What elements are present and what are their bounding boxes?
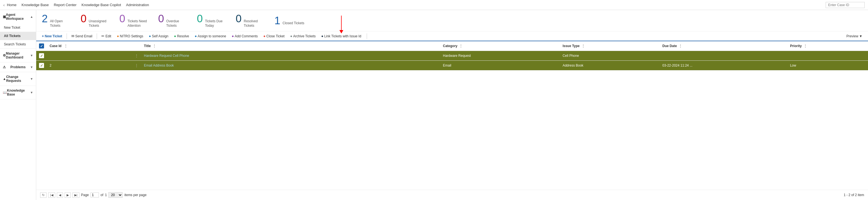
stat-all-open[interactable]: 2 All Open Tickets bbox=[42, 13, 72, 28]
stat-number-all-open: 2 bbox=[42, 13, 48, 24]
main-layout: ▣ Agent Workspace ▲ New Ticket All Ticke… bbox=[0, 10, 868, 200]
stats-bar: 2 All Open Tickets 0 Unassigned Tickets … bbox=[36, 10, 868, 31]
nav-knowledge-base[interactable]: Knowledge Base bbox=[22, 3, 49, 7]
sidebar: ▣ Agent Workspace ▲ New Ticket All Ticke… bbox=[0, 10, 36, 200]
send-email-button[interactable]: ✉ Send Email bbox=[69, 33, 94, 39]
add-comments-label: Add Comments bbox=[235, 34, 258, 38]
row-2-due-date: 03-22-2024 11:24 ... bbox=[659, 61, 787, 70]
link-tickets-button[interactable]: ● Link Tickets with Issue Id bbox=[319, 33, 364, 39]
last-page-button[interactable]: ▶| bbox=[72, 193, 80, 198]
edit-button[interactable]: ✏ Edit bbox=[99, 33, 114, 39]
stat-overdue[interactable]: 0 Overdue Tickets bbox=[158, 13, 188, 28]
row-1-menu[interactable]: ⋮ bbox=[132, 51, 141, 61]
row-1-title-link[interactable]: Hardware Request Cell Phone bbox=[144, 54, 189, 58]
case-id-col-menu[interactable]: ⋮ bbox=[64, 44, 68, 48]
change-requests-label: Change Requests bbox=[6, 75, 30, 83]
sidebar-header-agent-workspace[interactable]: ▣ Agent Workspace ▲ bbox=[0, 10, 36, 23]
row-1-issue-type: Cell Phone bbox=[560, 51, 659, 61]
assign-to-someone-label: Assign to someone bbox=[197, 34, 226, 38]
issue-type-col-menu[interactable]: ⋮ bbox=[582, 44, 585, 48]
preview-button[interactable]: Preview ▼ bbox=[844, 33, 865, 39]
first-page-button[interactable]: |◀ bbox=[48, 193, 55, 198]
row-2-priority: Low bbox=[787, 61, 868, 70]
stat-unassigned[interactable]: 0 Unassigned Tickets bbox=[81, 13, 111, 28]
sidebar-header-change-requests[interactable]: ▲ Change Requests ▼ bbox=[0, 72, 36, 86]
refresh-button[interactable]: ↻ bbox=[40, 193, 46, 198]
stat-number-due-today: 0 bbox=[197, 13, 203, 24]
stat-label-overdue: Overdue Tickets bbox=[166, 19, 189, 28]
range-label: 1 - 2 of 2 item bbox=[844, 193, 864, 197]
assign-icon: ● bbox=[194, 34, 197, 38]
row-1-priority bbox=[787, 51, 868, 61]
stat-label-all-open: All Open Tickets bbox=[50, 19, 72, 28]
stat-number-unassigned: 0 bbox=[81, 13, 86, 24]
stat-resolved[interactable]: 0 Resolved Tickets bbox=[236, 13, 266, 28]
title-col-menu[interactable]: ⋮ bbox=[153, 44, 156, 48]
total-pages: 1 bbox=[105, 193, 107, 197]
resolve-icon: ● bbox=[174, 34, 176, 38]
sidebar-header-manager-dashboard[interactable]: ⚙ Manager Dashboard ▼ bbox=[0, 49, 36, 62]
nitro-icon: ● bbox=[117, 34, 119, 38]
due-date-col-menu[interactable]: ⋮ bbox=[679, 44, 682, 48]
sidebar-section-manager-dashboard: ⚙ Manager Dashboard ▼ bbox=[0, 49, 36, 62]
pagination-controls: ↻ |◀ ◀ ▶ ▶| Page of 1 20 50 100 items pe… bbox=[40, 192, 147, 198]
back-button[interactable]: ‹ bbox=[3, 3, 5, 7]
row-2-checkbox[interactable] bbox=[39, 63, 44, 68]
pagination-bar: ↻ |◀ ◀ ▶ ▶| Page of 1 20 50 100 items pe… bbox=[36, 190, 868, 200]
chevron-up-icon: ▲ bbox=[30, 15, 33, 19]
row-2-menu[interactable]: ⋮ bbox=[132, 61, 141, 70]
assign-to-someone-button[interactable]: ● Assign to someone bbox=[192, 33, 228, 39]
sidebar-item-all-tickets[interactable]: All Tickets bbox=[0, 32, 36, 40]
close-ticket-button[interactable]: ● Close Ticket bbox=[261, 33, 287, 39]
add-comments-button[interactable]: ● Add Comments bbox=[229, 33, 260, 39]
sidebar-header-knowledge-base[interactable]: 📖 Knowledge Base ▼ bbox=[0, 86, 36, 99]
nav-home[interactable]: Home bbox=[7, 3, 17, 7]
agent-workspace-items: New Ticket All Tickets Search Tickets bbox=[0, 23, 36, 48]
row-2-title-link[interactable]: Email Address Book bbox=[144, 64, 174, 67]
resolve-button[interactable]: ● Resolve bbox=[172, 33, 191, 39]
nitro-settings-button[interactable]: ● NITRO Settings bbox=[115, 33, 146, 39]
archive-tickets-label: Archive Tickets bbox=[293, 34, 316, 38]
sidebar-item-new-ticket[interactable]: New Ticket bbox=[0, 23, 36, 32]
select-all-checkbox[interactable] bbox=[39, 43, 44, 48]
row-2-checkbox-cell bbox=[36, 61, 47, 70]
table-row[interactable]: ⋮ Hardware Request Cell Phone Hardware R… bbox=[36, 51, 868, 61]
agent-workspace-label: Agent Workspace bbox=[6, 13, 30, 21]
send-email-label: Send Email bbox=[75, 34, 92, 38]
row-1-case-id bbox=[47, 51, 132, 61]
category-col-menu[interactable]: ⋮ bbox=[459, 44, 463, 48]
items-per-page-select[interactable]: 20 50 100 bbox=[108, 192, 123, 198]
page-number-input[interactable] bbox=[91, 193, 99, 198]
prev-page-button[interactable]: ◀ bbox=[57, 193, 63, 198]
sidebar-header-problems[interactable]: ⚠ Problems ▼ bbox=[0, 62, 36, 72]
nav-administration[interactable]: Administration bbox=[126, 3, 149, 7]
stat-closed[interactable]: 1 Closed Tickets bbox=[275, 15, 304, 26]
case-id-input[interactable] bbox=[826, 2, 865, 8]
stat-number-closed: 1 bbox=[275, 15, 280, 26]
stat-due-today[interactable]: 0 Tickets Due Today bbox=[197, 13, 227, 28]
of-label: of bbox=[101, 193, 103, 197]
knowledge-base-label: Knowledge Base bbox=[7, 89, 30, 96]
nav-kb-copilot[interactable]: Knowledge Base Copilot bbox=[82, 3, 121, 7]
row-1-checkbox[interactable] bbox=[39, 53, 44, 58]
priority-col-menu[interactable]: ⋮ bbox=[804, 44, 807, 48]
archive-icon: ● bbox=[290, 34, 292, 38]
pagination-range: 1 - 2 of 2 item bbox=[844, 193, 864, 197]
sidebar-section-change-requests: ▲ Change Requests ▼ bbox=[0, 72, 36, 86]
sidebar-item-search-tickets[interactable]: Search Tickets bbox=[0, 40, 36, 48]
archive-tickets-button[interactable]: ● Archive Tickets bbox=[288, 33, 318, 39]
page-label: Page bbox=[81, 193, 89, 197]
self-assign-icon: ● bbox=[149, 34, 151, 38]
row-1-title: Hardware Request Cell Phone bbox=[141, 51, 440, 61]
table-row[interactable]: 2 ⋮ Email Address Book Email Address Boo… bbox=[36, 61, 868, 70]
change-requests-icon: ▲ bbox=[3, 77, 6, 81]
link-tickets-container: ● Link Tickets with Issue Id bbox=[319, 33, 364, 39]
self-assign-button[interactable]: ● Self Assign bbox=[147, 33, 170, 39]
row-2-title: Email Address Book bbox=[141, 61, 440, 70]
nitro-settings-label: NITRO Settings bbox=[120, 34, 143, 38]
next-page-button[interactable]: ▶ bbox=[65, 193, 71, 198]
new-ticket-button[interactable]: + New Ticket bbox=[39, 33, 64, 39]
nav-report-center[interactable]: Report Center bbox=[54, 3, 76, 7]
stat-need-attention[interactable]: 0 Tickets Need Attention bbox=[119, 13, 150, 28]
new-ticket-label: New Ticket bbox=[45, 34, 62, 38]
